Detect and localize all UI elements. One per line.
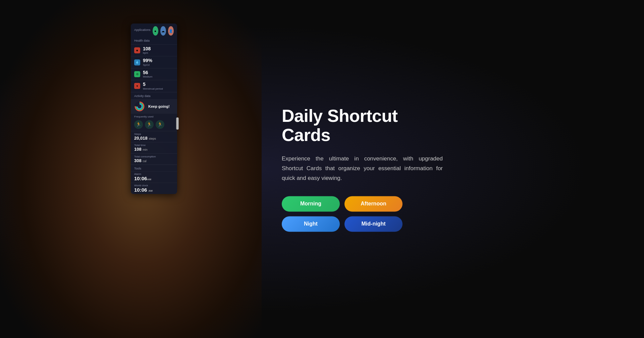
steps-value: 20,018 steps (134, 136, 174, 141)
frequently-used-label: Frequently used (131, 114, 177, 119)
freq-icon-1: 🏃 (134, 120, 143, 129)
applications-section: Applications ● ☁ 👤 (131, 23, 177, 38)
health-row-spo2: 💧 99% SpO2 (131, 56, 177, 68)
activity-ring-row: Keep going! (131, 99, 177, 114)
keep-going-label: Keep going! (148, 104, 170, 108)
stat-time: Total time 108 min (131, 142, 177, 153)
health-label: Health data (131, 38, 177, 42)
time-buttons-grid: Morning Afternoon Night Mid-night (282, 196, 402, 232)
page-title: Daily Shortcut Cards (282, 106, 443, 145)
tools-label: Tools (131, 164, 177, 171)
bpm-label: bpm (143, 51, 151, 54)
afternoon-button[interactable]: Afternoon (344, 196, 402, 211)
app-icon-2: ☁ (160, 26, 166, 36)
stat-cal: Total consumption 308 cal (131, 153, 177, 165)
freq-icon-2: 🏃 (145, 120, 154, 129)
tool-worldclock: World clock 10:06 AM (131, 183, 177, 194)
freq-icons-row: 🏃 🏃 🏃 (131, 119, 177, 131)
alarm-label: Alarm (134, 173, 174, 176)
worldclock-label: World clock (134, 184, 174, 187)
watch-panel: Applications ● ☁ 👤 Health data ♥ 108 bpm… (131, 23, 177, 194)
worldclock-value: 10:06 AM (134, 187, 174, 193)
page-description: Experience the ultimate in convenience, … (282, 154, 443, 183)
period-icon: ♥ (134, 83, 140, 89)
activity-ring-svg (134, 101, 145, 112)
spo2-icon: 💧 (134, 59, 140, 65)
stat-steps: Steps 20,018 steps (131, 131, 177, 142)
spo2-label: SpO2 (143, 63, 152, 66)
app-icon-1: ● (153, 26, 158, 36)
health-row-bpm: ♥ 108 bpm (131, 44, 177, 56)
spo2-value: 99% (143, 58, 152, 63)
health-row-stress: ◎ 56 Medium (131, 68, 177, 80)
steps-label: Steps (134, 133, 174, 136)
bpm-value: 108 (143, 46, 151, 51)
right-content: Daily Shortcut Cards Experience the ulti… (282, 106, 443, 232)
heart-icon: ♥ (134, 47, 140, 53)
period-value: 5 (143, 82, 163, 87)
cal-value: 308 cal (134, 158, 174, 163)
stress-value: 56 (143, 70, 152, 75)
tool-alarm: Alarm 10:06AM (131, 171, 177, 183)
applications-label: Applications (134, 28, 151, 32)
night-button[interactable]: Night (282, 216, 340, 232)
period-label: Menstrual period (143, 87, 163, 90)
alarm-value: 10:06AM (134, 176, 174, 182)
time-label: Total time (134, 144, 174, 147)
watch-crown (176, 117, 179, 130)
time-value: 108 min (134, 147, 174, 152)
morning-button[interactable]: Morning (282, 196, 340, 211)
activity-label: Activity data (131, 92, 177, 99)
app-icon-3: 👤 (168, 26, 174, 36)
midnight-button[interactable]: Mid-night (344, 216, 402, 232)
health-row-period: ♥ 5 Menstrual period (131, 80, 177, 92)
cal-label: Total consumption (134, 155, 174, 158)
stress-label: Medium (143, 75, 152, 78)
stress-icon: ◎ (134, 71, 140, 77)
freq-icon-3: 🏃 (156, 120, 164, 129)
